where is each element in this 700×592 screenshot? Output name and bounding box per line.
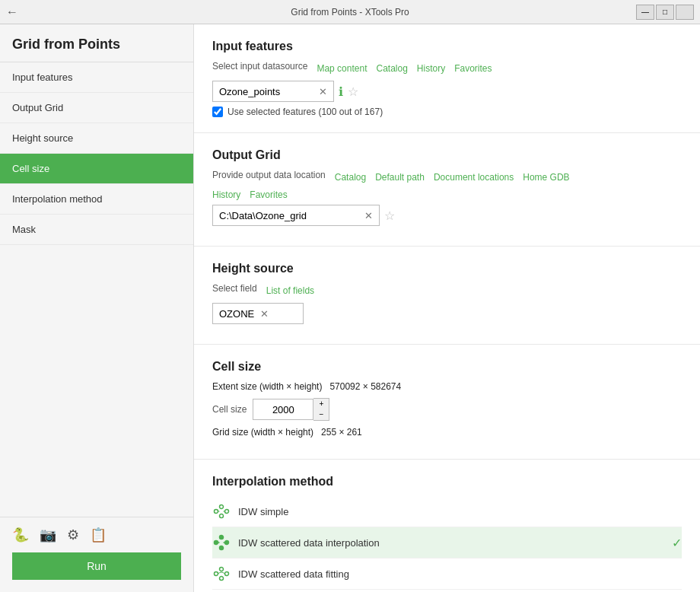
sidebar-title: Grid from Points	[0, 24, 193, 62]
cell-size-section: Cell size Extent size (width × height) 5…	[194, 345, 700, 460]
sidebar: Grid from Points Input features Output G…	[0, 24, 194, 592]
cell-size-decrement[interactable]: −	[313, 409, 329, 420]
sidebar-item-cell-size[interactable]: Cell size	[0, 154, 193, 184]
output-grid-title: Output Grid	[212, 148, 682, 162]
output-path-row: C:\Data\Ozone_grid ✕ ☆	[212, 205, 682, 226]
settings-icon-button[interactable]: ⚙	[67, 527, 79, 543]
use-selected-label: Use selected features (100 out of 167)	[228, 107, 383, 117]
field-value: OZONE	[219, 308, 254, 320]
use-selected-row: Use selected features (100 out of 167)	[212, 107, 682, 117]
cell-size-increment[interactable]: +	[313, 399, 329, 409]
close-button[interactable]	[676, 5, 694, 20]
star-icon-output[interactable]: ☆	[384, 208, 395, 223]
idw-scattered-label: IDW scattered data interpolation	[238, 537, 664, 549]
datasource-input[interactable]: Ozone_points ✕	[212, 81, 334, 102]
svg-point-12	[215, 572, 218, 576]
home-gdb-link[interactable]: Home GDB	[523, 172, 569, 183]
run-button[interactable]: Run	[12, 552, 181, 580]
svg-point-14	[225, 572, 229, 576]
input-features-section: Input features Select input datasource M…	[194, 24, 700, 133]
sidebar-nav: Input features Output Grid Height source…	[0, 62, 193, 517]
datasource-input-row: Ozone_points ✕ ℹ ☆	[212, 81, 682, 102]
datasource-value: Ozone_points	[219, 86, 314, 97]
output-path-input[interactable]: C:\Data\Ozone_grid ✕	[212, 205, 380, 226]
sidebar-item-mask[interactable]: Mask	[0, 215, 193, 245]
document-locations-link[interactable]: Document locations	[434, 172, 514, 183]
favorites-link-output[interactable]: Favorites	[250, 189, 287, 200]
back-button[interactable]: ←	[6, 5, 18, 19]
cell-size-title: Cell size	[212, 360, 682, 374]
field-select[interactable]: OZONE ✕	[212, 303, 304, 324]
field-input-row: OZONE ✕	[212, 303, 682, 324]
idw-scattered-icon	[212, 533, 231, 552]
catalog-link-output[interactable]: Catalog	[335, 172, 366, 183]
cell-size-input-group: 2000 + −	[253, 398, 329, 421]
favorites-link-input[interactable]: Favorites	[454, 63, 492, 74]
history-link-input[interactable]: History	[417, 63, 445, 74]
grid-size-value: 255 × 261	[321, 427, 362, 438]
maximize-button[interactable]: □	[656, 5, 674, 20]
svg-point-8	[225, 541, 229, 545]
svg-point-0	[215, 510, 218, 514]
cell-size-label: Cell size	[212, 404, 247, 415]
star-icon-input[interactable]: ☆	[348, 84, 358, 99]
minimize-button[interactable]: —	[636, 5, 654, 20]
idw-simple-item[interactable]: IDW simple	[212, 496, 682, 527]
extent-info: Extent size (width × height) 570092 × 58…	[212, 381, 682, 392]
svg-point-9	[220, 546, 224, 550]
input-links-row: Select input datasource Map content Cata…	[212, 61, 682, 76]
svg-point-15	[220, 577, 224, 581]
svg-point-13	[220, 568, 224, 571]
sidebar-bottom: 🐍 📷 ⚙ 📋	[0, 517, 193, 552]
interpolation-method-title: Interpolation method	[212, 475, 682, 489]
field-clear-button[interactable]: ✕	[260, 308, 269, 320]
svg-point-6	[215, 541, 218, 545]
grid-size-info: Grid size (width × height) 255 × 261	[212, 427, 682, 438]
screenshot-icon-button[interactable]: 📷	[40, 527, 56, 543]
python-icon-button[interactable]: 🐍	[12, 527, 29, 543]
catalog-link-input[interactable]: Catalog	[376, 63, 407, 74]
idw-fitting-label: IDW scattered data fitting	[238, 568, 682, 580]
idw-fitting-item[interactable]: IDW scattered data fitting	[212, 559, 682, 590]
extent-label: Extent size (width × height)	[212, 381, 322, 392]
cell-size-stepper: + −	[313, 398, 329, 421]
height-field-row: Select field List of fields	[212, 283, 682, 298]
output-path-value: C:\Data\Ozone_grid	[219, 210, 360, 221]
grid-size-label: Grid size (width × height)	[212, 427, 313, 438]
idw-fitting-icon	[212, 565, 231, 583]
svg-point-3	[220, 514, 224, 518]
info-icon[interactable]: ℹ	[339, 84, 343, 99]
input-features-title: Input features	[212, 40, 682, 53]
datasource-clear-button[interactable]: ✕	[319, 86, 327, 97]
select-datasource-label: Select input datasource	[212, 61, 307, 72]
svg-point-7	[220, 536, 224, 539]
sidebar-item-height-source[interactable]: Height source	[0, 123, 193, 154]
sidebar-item-output-grid[interactable]: Output Grid	[0, 93, 193, 123]
sidebar-item-interpolation-method[interactable]: Interpolation method	[0, 184, 193, 215]
cell-size-input[interactable]: 2000	[253, 399, 313, 420]
default-path-link[interactable]: Default path	[375, 172, 425, 183]
content-area: Input features Select input datasource M…	[194, 24, 700, 592]
cell-size-row: Cell size 2000 + −	[212, 398, 682, 421]
svg-point-2	[225, 510, 229, 514]
svg-point-1	[220, 505, 224, 509]
list-of-fields-link[interactable]: List of fields	[266, 285, 314, 296]
map-content-link[interactable]: Map content	[317, 63, 367, 74]
help-icon-button[interactable]: 📋	[90, 527, 107, 543]
idw-simple-icon	[212, 502, 231, 520]
title-bar-text: Grid from Points - XTools Pro	[291, 7, 409, 18]
output-links-row2: History Favorites	[212, 189, 682, 200]
sidebar-item-input-features[interactable]: Input features	[0, 62, 193, 93]
output-grid-section: Output Grid Provide output data location…	[194, 133, 700, 247]
history-link-output[interactable]: History	[212, 189, 240, 200]
select-field-label: Select field	[212, 283, 257, 294]
height-source-section: Height source Select field List of field…	[194, 247, 700, 345]
title-bar: ← Grid from Points - XTools Pro — □	[0, 0, 700, 24]
window-controls: — □	[636, 5, 694, 20]
idw-scattered-checkmark: ✓	[672, 536, 682, 550]
output-path-clear-button[interactable]: ✕	[364, 210, 373, 221]
interpolation-method-section: Interpolation method IDW simple	[194, 460, 700, 592]
idw-scattered-item[interactable]: IDW scattered data interpolation ✓	[212, 527, 682, 559]
output-links-row1: Provide output data location Catalog Def…	[212, 170, 682, 185]
use-selected-checkbox[interactable]	[212, 107, 223, 117]
